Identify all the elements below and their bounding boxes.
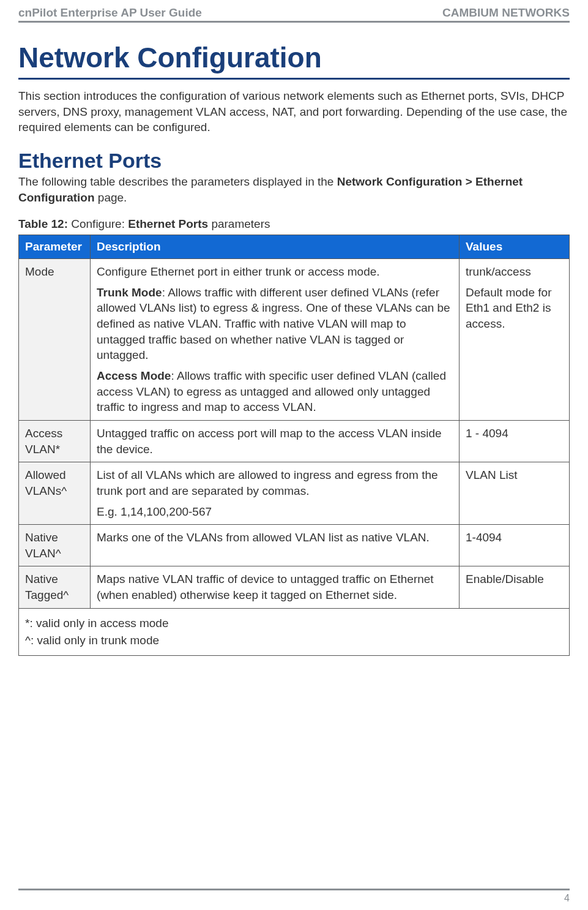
- footnote-2: ^: valid only in trunk mode: [25, 633, 563, 649]
- caption-bold1: Table 12:: [18, 217, 68, 230]
- page-footer: 4: [0, 889, 588, 910]
- caption-suffix: parameters: [208, 217, 270, 230]
- cell-param: Allowed VLANs^: [19, 462, 91, 525]
- cell-desc: Marks one of the VLANs from allowed VLAN…: [91, 525, 460, 566]
- cell-param: Native Tagged^: [19, 566, 91, 608]
- cell-desc: List of all VLANs which are allowed to i…: [91, 462, 460, 525]
- th-values: Values: [460, 235, 570, 259]
- footer-rule: [18, 889, 570, 890]
- desc-l1: List of all VLANs which are allowed to i…: [97, 467, 453, 498]
- cell-values: 1-4094: [460, 525, 570, 566]
- cell-values: Enable/Disable: [460, 566, 570, 608]
- desc-p2-bold: Trunk Mode: [97, 286, 162, 299]
- table-row: Allowed VLANs^ List of all VLANs which a…: [19, 462, 570, 525]
- desc-p3-bold: Access Mode: [97, 369, 171, 382]
- values-l1: trunk/access: [466, 264, 563, 280]
- title-rule: [18, 78, 570, 80]
- cell-desc: Maps native VLAN traffic of device to un…: [91, 566, 460, 608]
- table-row: Native VLAN^ Marks one of the VLANs from…: [19, 525, 570, 566]
- desc-p2: Trunk Mode: Allows traffic with differen…: [97, 285, 453, 363]
- th-parameter: Parameter: [19, 235, 91, 259]
- table-row: Native Tagged^ Maps native VLAN traffic …: [19, 566, 570, 608]
- page-content: Network Configuration This section intro…: [0, 23, 588, 889]
- values-l2: Default mode for Eth1 and Eth2 is access…: [466, 285, 563, 332]
- cell-footnotes: *: valid only in access mode ^: valid on…: [19, 608, 570, 655]
- ethernet-ports-table: Parameter Description Values Mode Config…: [18, 235, 570, 656]
- subtext-suffix: page.: [95, 191, 127, 204]
- header-right: CAMBIUM NETWORKS: [442, 6, 570, 20]
- th-description: Description: [91, 235, 460, 259]
- table-caption: Table 12: Configure: Ethernet Ports para…: [18, 217, 570, 231]
- caption-mid: Configure:: [68, 217, 128, 230]
- cell-param: Mode: [19, 259, 91, 421]
- footnote-1: *: valid only in access mode: [25, 615, 563, 631]
- intro-paragraph: This section introduces the configuratio…: [18, 88, 570, 135]
- desc-p1: Configure Ethernet port in either trunk …: [97, 264, 453, 280]
- page-title-h1: Network Configuration: [18, 41, 570, 74]
- page-number: 4: [18, 893, 570, 904]
- caption-bold2: Ethernet Ports: [128, 217, 208, 230]
- document-header: cnPilot Enterprise AP User Guide CAMBIUM…: [0, 0, 588, 21]
- table-row: Mode Configure Ethernet port in either t…: [19, 259, 570, 421]
- cell-values: trunk/access Default mode for Eth1 and E…: [460, 259, 570, 421]
- table-row: Access VLAN* Untagged traffic on access …: [19, 420, 570, 462]
- cell-desc: Untagged traffic on access port will map…: [91, 420, 460, 462]
- cell-values: VLAN List: [460, 462, 570, 525]
- section-title-h2: Ethernet Ports: [18, 149, 570, 173]
- desc-l2: E.g. 1,14,100,200-567: [97, 504, 453, 520]
- header-left: cnPilot Enterprise AP User Guide: [18, 6, 202, 20]
- subtext-prefix: The following table describes the parame…: [18, 175, 337, 188]
- desc-p3: Access Mode: Allows traffic with specifi…: [97, 368, 453, 415]
- section-intro: The following table describes the parame…: [18, 174, 570, 205]
- cell-param: Access VLAN*: [19, 420, 91, 462]
- table-header-row: Parameter Description Values: [19, 235, 570, 259]
- cell-values: 1 - 4094: [460, 420, 570, 462]
- table-footnote-row: *: valid only in access mode ^: valid on…: [19, 608, 570, 655]
- cell-desc: Configure Ethernet port in either trunk …: [91, 259, 460, 421]
- cell-param: Native VLAN^: [19, 525, 91, 566]
